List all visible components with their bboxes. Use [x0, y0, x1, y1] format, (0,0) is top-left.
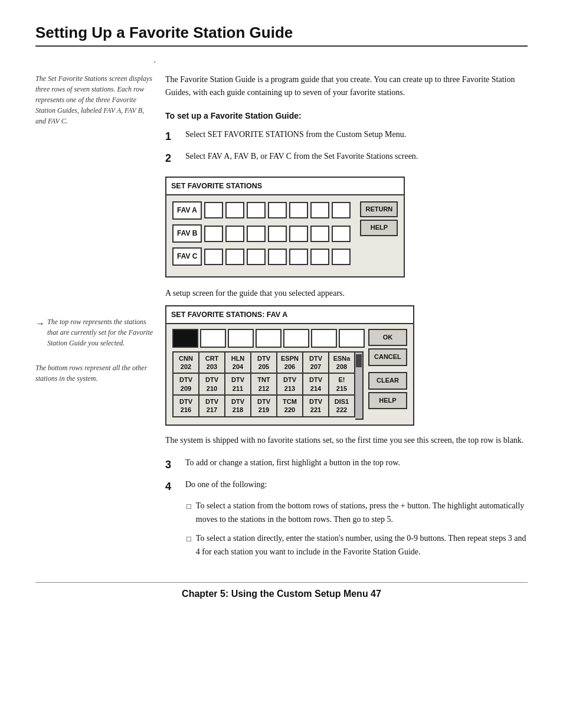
- fav-c-cell-1[interactable]: [204, 249, 223, 265]
- step-4: 4 Do one of the following:: [165, 478, 528, 495]
- fav-a-cell-4[interactable]: [268, 202, 287, 218]
- scrollbar[interactable]: [355, 351, 364, 420]
- bullet-text-1: To select a station from the bottom rows…: [196, 500, 528, 526]
- fav-c-label[interactable]: FAV C: [172, 247, 202, 266]
- station-cell-0-5[interactable]: DTV207: [303, 352, 329, 374]
- station-cell-1-2[interactable]: DTV211: [225, 373, 251, 395]
- chapter-footer: Chapter 5: Using the Custom Setup Menu 4…: [35, 582, 528, 599]
- top-cell-7[interactable]: [339, 329, 365, 348]
- station-cell-2-4[interactable]: TCM220: [277, 395, 303, 417]
- step-3-text: To add or change a station, first highli…: [185, 456, 528, 474]
- page-title: Setting Up a Favorite Station Guide: [35, 24, 528, 47]
- station-cell-1-4[interactable]: DTV213: [277, 373, 303, 395]
- bold-heading: To set up a Favorite Station Guide:: [165, 109, 528, 122]
- step-3-num: 3: [165, 456, 179, 474]
- fav-b-cell-5[interactable]: [289, 226, 308, 242]
- help-button-1[interactable]: HELP: [360, 220, 398, 236]
- bullet-text-2: To select a station directly, enter the …: [196, 532, 528, 559]
- step-2: 2 Select FAV A, FAV B, or FAV C from the…: [165, 150, 528, 167]
- bullet-item-1: □ To select a station from the bottom ro…: [186, 500, 528, 526]
- bullet-icon-1: □: [186, 501, 191, 526]
- fav-c-cell-6[interactable]: [310, 249, 329, 265]
- station-cell-2-1[interactable]: DTV217: [199, 395, 225, 417]
- station-cell-2-3[interactable]: DTV219: [251, 395, 277, 417]
- fav-c-cell-2[interactable]: [225, 249, 244, 265]
- top-cell-4[interactable]: [256, 329, 282, 348]
- fav-b-cell-6[interactable]: [310, 226, 329, 242]
- station-cell-1-0[interactable]: DTV209: [173, 373, 199, 395]
- scrollbar-thumb[interactable]: [356, 354, 362, 367]
- return-button[interactable]: RETURN: [360, 201, 398, 218]
- top-cell-6[interactable]: [311, 329, 337, 348]
- top-row: [172, 329, 365, 348]
- step-1-num: 1: [165, 128, 179, 145]
- fav-b-cell-4[interactable]: [268, 226, 287, 242]
- station-cell-0-3[interactable]: DTV205: [251, 352, 277, 374]
- clear-button[interactable]: CLEAR: [368, 372, 407, 390]
- station-grid: CNN202CRT203HLN204DTV205ESPN206DTV207ESN…: [172, 351, 355, 417]
- fav-b-cell-7[interactable]: [332, 226, 351, 242]
- fav-b-row: FAV B: [172, 224, 351, 243]
- help-button-2[interactable]: HELP: [368, 392, 407, 410]
- fav-b-label[interactable]: FAV B: [172, 224, 202, 243]
- fav-c-cell-4[interactable]: [268, 249, 287, 265]
- arrow-icon: →: [35, 316, 45, 331]
- fav-a-cell-2[interactable]: [225, 202, 244, 218]
- step-4-num: 4: [165, 478, 179, 495]
- fav-a-cell-1[interactable]: [204, 202, 223, 218]
- station-cell-0-2[interactable]: HLN204: [225, 352, 251, 374]
- left-note-1: The Set Favorite Stations screen display…: [35, 73, 153, 126]
- station-cell-2-0[interactable]: DTV216: [173, 395, 199, 417]
- fav-side-buttons: RETURN HELP: [360, 201, 398, 236]
- fav-c-row: FAV C: [172, 247, 351, 266]
- fav-a-cell-7[interactable]: [332, 202, 351, 218]
- station-cell-1-1[interactable]: DTV210: [199, 373, 225, 395]
- step-3: 3 To add or change a station, first high…: [165, 456, 528, 474]
- fav-a-label[interactable]: FAV A: [172, 201, 202, 220]
- fav-b-cell-3[interactable]: [247, 226, 266, 242]
- fav-a-cell-6[interactable]: [310, 202, 329, 218]
- intro-paragraph: The Favorite Station Guide is a program …: [165, 73, 528, 100]
- fav-a-cell-5[interactable]: [289, 202, 308, 218]
- step-2-num: 2: [165, 150, 179, 167]
- fav-a-setup-box: SET FAVORITE STATIONS: FAV A: [165, 305, 414, 426]
- step-2-text: Select FAV A, FAV B, or FAV C from the S…: [185, 150, 528, 167]
- fav-c-cell-3[interactable]: [247, 249, 266, 265]
- setup-screen-label: A setup screen for the guide that you se…: [165, 287, 528, 300]
- bullet-icon-2: □: [186, 533, 191, 559]
- station-cell-2-5[interactable]: DTV221: [303, 395, 329, 417]
- station-cell-0-0[interactable]: CNN202: [173, 352, 199, 374]
- fav-a-box-title: SET FAVORITE STATIONS: FAV A: [166, 306, 413, 324]
- station-cell-0-4[interactable]: ESPN206: [277, 352, 303, 374]
- step-1-text: Select SET FAVORITE STATIONS from the Cu…: [185, 128, 528, 145]
- station-cell-2-6[interactable]: DIS1222: [329, 395, 355, 417]
- fav-a-row: FAV A: [172, 201, 351, 220]
- ok-button[interactable]: OK: [368, 329, 407, 347]
- bullet-item-2: □ To select a station directly, enter th…: [186, 532, 528, 559]
- station-grid-container: CNN202CRT203HLN204DTV205ESPN206DTV207ESN…: [172, 351, 365, 420]
- fav-b-cell-1[interactable]: [204, 226, 223, 242]
- fav-c-cell-7[interactable]: [332, 249, 351, 265]
- station-cell-1-5[interactable]: DTV214: [303, 373, 329, 395]
- station-cell-1-3[interactable]: TNT212: [251, 373, 277, 395]
- cancel-button[interactable]: CANCEL: [368, 348, 407, 366]
- fav-a-cell-3[interactable]: [247, 202, 266, 218]
- bullet-list: □ To select a station from the bottom ro…: [186, 500, 528, 559]
- top-cell-3[interactable]: [228, 329, 254, 348]
- set-fav-stations-box: SET FAVORITE STATIONS FAV A: [165, 177, 405, 278]
- top-cell-2[interactable]: [200, 329, 226, 348]
- fav-b-cell-2[interactable]: [225, 226, 244, 242]
- fav-a-buttons: OK CANCEL CLEAR HELP: [368, 329, 407, 409]
- station-cell-0-1[interactable]: CRT203: [199, 352, 225, 374]
- decoration: ·: [153, 56, 528, 68]
- left-note-3: The bottom rows represent all the other …: [35, 363, 153, 384]
- station-cell-0-6[interactable]: ESNa208: [329, 352, 355, 374]
- system-note: The system is shipped with no favorite s…: [165, 434, 528, 447]
- top-cell-5[interactable]: [283, 329, 309, 348]
- station-cell-1-6[interactable]: E!215: [329, 373, 355, 395]
- top-cell-selected[interactable]: [172, 329, 198, 348]
- left-note-2: The top row represents the stations that…: [47, 316, 153, 348]
- station-cell-2-2[interactable]: DTV218: [225, 395, 251, 417]
- set-fav-stations-title: SET FAVORITE STATIONS: [166, 178, 404, 195]
- fav-c-cell-5[interactable]: [289, 249, 308, 265]
